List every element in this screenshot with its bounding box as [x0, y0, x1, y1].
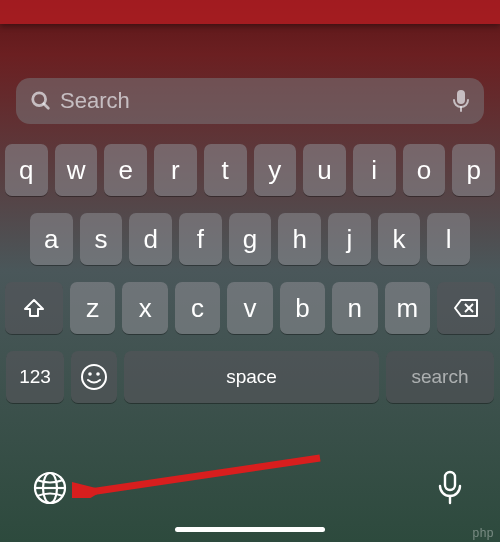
background-top [0, 0, 500, 68]
svg-rect-2 [457, 90, 465, 104]
search-icon [30, 90, 52, 112]
svg-point-6 [82, 365, 106, 389]
search-input[interactable]: Search [16, 78, 484, 124]
key-space[interactable]: space [124, 351, 379, 403]
key-o[interactable]: o [403, 144, 446, 196]
emoji-icon [80, 363, 108, 391]
key-t[interactable]: t [204, 144, 247, 196]
key-x[interactable]: x [122, 282, 167, 334]
key-y[interactable]: y [254, 144, 297, 196]
key-emoji[interactable] [71, 351, 117, 403]
globe-icon [32, 470, 68, 506]
key-c[interactable]: c [175, 282, 220, 334]
notification-banner [0, 0, 500, 24]
key-numbers[interactable]: 123 [6, 351, 64, 403]
key-f[interactable]: f [179, 213, 222, 265]
key-u[interactable]: u [303, 144, 346, 196]
svg-line-1 [44, 104, 49, 109]
key-shift[interactable] [5, 282, 63, 334]
backspace-icon [453, 298, 479, 318]
dictation-button[interactable] [430, 468, 470, 508]
key-w[interactable]: w [55, 144, 98, 196]
key-z[interactable]: z [70, 282, 115, 334]
search-placeholder: Search [60, 88, 444, 114]
dictation-mic-icon [436, 470, 464, 506]
key-n[interactable]: n [332, 282, 377, 334]
keyboard-row-2: a s d f g h j k l [5, 213, 495, 265]
key-g[interactable]: g [229, 213, 272, 265]
key-search[interactable]: search [386, 351, 494, 403]
key-k[interactable]: k [378, 213, 421, 265]
key-i[interactable]: i [353, 144, 396, 196]
keyboard: q w e r t y u i o p a s d f g h j k l z … [0, 136, 500, 403]
home-indicator[interactable] [175, 527, 325, 532]
key-v[interactable]: v [227, 282, 272, 334]
key-r[interactable]: r [154, 144, 197, 196]
shift-icon [23, 298, 45, 318]
keyboard-row-4: 123 space search [5, 351, 495, 403]
key-e[interactable]: e [104, 144, 147, 196]
key-j[interactable]: j [328, 213, 371, 265]
key-a[interactable]: a [30, 213, 73, 265]
key-l[interactable]: l [427, 213, 470, 265]
key-d[interactable]: d [129, 213, 172, 265]
globe-button[interactable] [30, 468, 70, 508]
svg-rect-12 [445, 472, 455, 490]
key-h[interactable]: h [278, 213, 321, 265]
keyboard-row-1: q w e r t y u i o p [5, 144, 495, 196]
key-p[interactable]: p [452, 144, 495, 196]
key-q[interactable]: q [5, 144, 48, 196]
mic-icon[interactable] [452, 89, 470, 113]
svg-point-8 [96, 372, 100, 376]
watermark: php [472, 526, 494, 540]
search-container: Search [0, 68, 500, 136]
svg-point-7 [88, 372, 92, 376]
key-backspace[interactable] [437, 282, 495, 334]
key-s[interactable]: s [80, 213, 123, 265]
key-m[interactable]: m [385, 282, 430, 334]
keyboard-row-3: z x c v b n m [5, 282, 495, 334]
key-b[interactable]: b [280, 282, 325, 334]
